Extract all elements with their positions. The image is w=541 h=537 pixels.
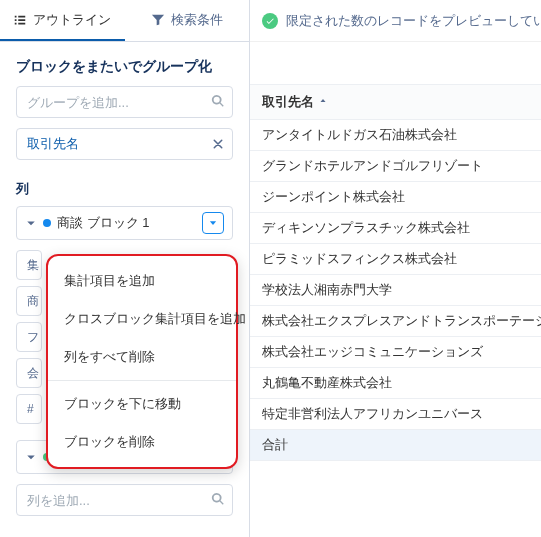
report-sidebar: アウトライン 検索条件 ブロックをまたいでグループ化 取引先名 列 商談 ブロッ… bbox=[0, 0, 250, 537]
columns-header: 列 bbox=[0, 174, 249, 206]
group-across-blocks-title: ブロックをまたいでグループ化 bbox=[0, 42, 249, 86]
add-column-input[interactable] bbox=[16, 484, 233, 516]
group-add-row bbox=[16, 86, 233, 118]
list-item[interactable]: 商 bbox=[16, 286, 42, 316]
table-row[interactable]: 学校法人湘南赤門大学 bbox=[250, 275, 541, 306]
chevron-down-icon bbox=[25, 451, 37, 463]
chevron-down-icon bbox=[25, 217, 37, 229]
table-row[interactable]: 株式会社エクスプレスアンドトランスポーテーション bbox=[250, 306, 541, 337]
menu-add-cross-block-summary[interactable]: クロスブロック集計項目を追加 bbox=[48, 300, 236, 338]
funnel-icon bbox=[151, 13, 165, 27]
block-1-header[interactable]: 商談 ブロック 1 bbox=[16, 206, 233, 240]
menu-delete-block[interactable]: ブロックを削除 bbox=[48, 423, 236, 461]
block-1-menu-button[interactable] bbox=[202, 212, 224, 234]
close-icon[interactable] bbox=[212, 138, 224, 150]
block-2-add-column bbox=[16, 484, 233, 516]
block-context-menu: 集計項目を追加 クロスブロック集計項目を追加 列をすべて削除 ブロックを下に移動… bbox=[46, 254, 238, 469]
menu-move-block-down[interactable]: ブロックを下に移動 bbox=[48, 385, 236, 423]
search-icon bbox=[211, 94, 225, 108]
table-row[interactable]: 特定非営利法人アフリカンユニバース bbox=[250, 399, 541, 430]
block-1-title: 商談 ブロック 1 bbox=[57, 214, 196, 232]
report-main: 限定された数のレコードをプレビューしています 取引先名 アンタイトルドガス石油株… bbox=[250, 0, 541, 537]
table-total-row: 合計 bbox=[250, 430, 541, 461]
preview-banner-text: 限定された数のレコードをプレビューしています bbox=[286, 12, 541, 30]
tab-filters-label: 検索条件 bbox=[171, 11, 223, 29]
group-chip-label: 取引先名 bbox=[27, 135, 79, 153]
check-circle-icon bbox=[262, 13, 278, 29]
tab-outline-label: アウトライン bbox=[33, 11, 111, 29]
list-item[interactable]: 集 bbox=[16, 250, 42, 280]
list-item[interactable]: # bbox=[16, 394, 42, 424]
search-icon bbox=[211, 492, 225, 506]
column-header-account-name[interactable]: 取引先名 bbox=[250, 84, 541, 120]
tab-filters[interactable]: 検索条件 bbox=[125, 0, 250, 41]
table-row[interactable]: 株式会社エッジコミュニケーションズ bbox=[250, 337, 541, 368]
group-chip[interactable]: 取引先名 bbox=[16, 128, 233, 160]
table-row[interactable]: ピラミッドスフィンクス株式会社 bbox=[250, 244, 541, 275]
preview-banner: 限定された数のレコードをプレビューしています bbox=[250, 0, 541, 42]
list-icon bbox=[13, 13, 27, 27]
caret-down-icon bbox=[208, 218, 218, 228]
sidebar-tabs: アウトライン 検索条件 bbox=[0, 0, 249, 42]
grid-spacer bbox=[250, 42, 541, 84]
menu-add-summary[interactable]: 集計項目を追加 bbox=[48, 262, 236, 300]
data-grid: 取引先名 アンタイトルドガス石油株式会社 グランドホテルアンドゴルフリゾート ジ… bbox=[250, 42, 541, 537]
table-row[interactable]: アンタイトルドガス石油株式会社 bbox=[250, 120, 541, 151]
list-item[interactable]: フ bbox=[16, 322, 42, 352]
blue-dot-icon bbox=[43, 219, 51, 227]
group-add-input[interactable] bbox=[16, 86, 233, 118]
menu-divider bbox=[48, 380, 236, 381]
table-row[interactable]: ジーンポイント株式会社 bbox=[250, 182, 541, 213]
tab-outline[interactable]: アウトライン bbox=[0, 0, 125, 41]
list-item[interactable]: 会 bbox=[16, 358, 42, 388]
sort-ascending-icon bbox=[318, 97, 328, 107]
table-row[interactable]: 丸鶴亀不動産株式会社 bbox=[250, 368, 541, 399]
column-header-label: 取引先名 bbox=[262, 93, 314, 111]
menu-remove-all-columns[interactable]: 列をすべて削除 bbox=[48, 338, 236, 376]
table-row[interactable]: ディキンソンプラスチック株式会社 bbox=[250, 213, 541, 244]
table-row[interactable]: グランドホテルアンドゴルフリゾート bbox=[250, 151, 541, 182]
